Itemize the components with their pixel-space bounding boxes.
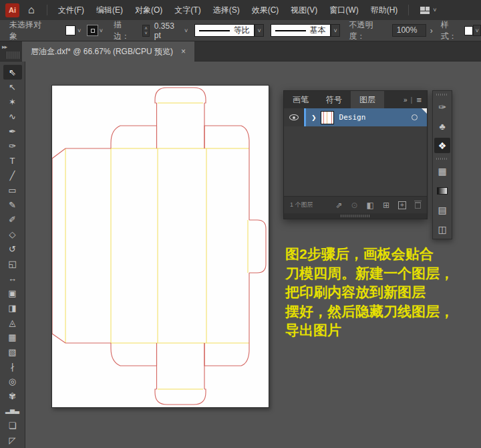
menu-item-4[interactable]: 文字(T) [168,0,206,20]
mesh-tool[interactable]: ▦ [3,330,22,344]
chevron-down-icon[interactable]: ˅ [184,27,188,34]
swatches-panel-icon[interactable]: ▦ [434,164,450,179]
layers-empty-area[interactable] [284,126,427,196]
visibility-cell[interactable] [284,108,304,126]
stroke-swatch[interactable] [88,25,98,35]
menu-item-9[interactable]: 帮助(H) [365,0,404,20]
dock-grip[interactable] [436,94,448,96]
menu-item-7[interactable]: 视图(V) [285,0,323,20]
new-layer-icon[interactable]: + [398,201,406,209]
chevron-down-icon[interactable]: ˅ [77,27,81,34]
panel-grip[interactable] [7,51,20,59]
slice-tool[interactable]: ◸ [3,433,22,447]
close-icon[interactable]: × [181,47,186,56]
chevron-down-icon[interactable]: ˅ [331,24,341,37]
panel-menu-icon[interactable]: ≡ [416,95,422,105]
expand-arrow-icon[interactable]: ❯ [311,114,317,121]
stroke-label: 描边： [114,19,137,42]
menu-item-3[interactable]: 对象(O) [129,0,168,20]
pen-tool[interactable]: ✒ [3,124,22,138]
fill-swatch[interactable] [65,25,75,35]
chevron-right-icon[interactable]: › [430,26,433,35]
stroke-value[interactable]: 0.353 pt [154,21,182,40]
symbols-panel-icon[interactable]: ♣ [434,119,450,134]
curvature-pen-tool[interactable]: ✑ [3,138,22,153]
menu-item-6[interactable]: 效果(C) [246,0,285,20]
gradient-tool[interactable]: ▧ [3,344,22,359]
dieline-drawing[interactable] [52,86,270,409]
rectangle-tool[interactable]: ▭ [3,183,22,197]
selected-layer[interactable]: ❯ Design [304,108,427,126]
opacity-input[interactable]: 100% [392,24,426,37]
free-transform-tool[interactable]: ▣ [3,286,22,300]
eyedropper-tool[interactable]: ∤ [3,359,22,374]
document-tab[interactable]: 唇油盒.dxf* @ 66.67% (RGB/CPU 预览) × [22,41,194,62]
width-tool[interactable]: ↔ [3,271,22,286]
brushes-panel-icon[interactable]: ✑ [434,100,450,115]
type-tool[interactable]: T [3,153,22,168]
crease-lines [65,103,249,389]
dock-grip[interactable] [436,158,448,160]
width-profile-select[interactable]: 等比 [194,24,254,37]
scale-tool[interactable]: ◱ [3,256,22,271]
magic-wand-tool[interactable]: ✶ [3,94,22,109]
annotation-line: 导出图片 [285,321,481,340]
blend-tool[interactable]: ◎ [3,374,22,388]
menu-items: 文件(F)编辑(E)对象(O)文字(T)选择(S)效果(C)视图(V)窗口(W)… [52,0,404,20]
layer-row[interactable]: ❯ Design [284,108,427,126]
panel-tab-2[interactable]: 符号 [317,91,351,108]
cut-lines [52,88,266,405]
panel-tab-1[interactable]: 画笔 [284,91,317,108]
annotation-text[interactable]: 图2步骤后，画板会贴合 刀模四周。新建一个图层， 把印刷内容放到新图层 摆好，然… [285,245,481,340]
menu-item-2[interactable]: 编辑(E) [90,0,129,20]
locate-object-icon[interactable]: ⊙ [351,201,358,209]
expand-panel-icon[interactable]: » [404,96,407,104]
paintbrush-tool[interactable]: ✎ [3,197,22,212]
panel-dock: ✑♣❖▦▤◫ [432,90,452,239]
layers-panel-icon[interactable]: ❖ [434,138,450,153]
workspace-switcher-icon[interactable] [420,7,430,14]
target-circle-icon[interactable] [412,114,418,120]
align-panel-icon[interactable]: ▤ [434,203,450,218]
home-icon[interactable]: ⌂ [28,4,35,16]
chevron-down-icon[interactable]: ˅ [255,24,265,37]
chevron-down-icon[interactable]: ˅ [433,7,436,13]
stroke-stepper[interactable]: ˄˅ [142,25,150,37]
perspective-grid-tool[interactable]: ◬ [3,315,22,330]
document-tab-bar: ▸▸ 唇油盒.dxf* @ 66.67% (RGB/CPU 预览) × [0,41,481,62]
artboard[interactable] [51,85,269,408]
rotate-tool[interactable]: ↺ [3,241,22,256]
direct-selection-tool[interactable]: ↖ [3,80,22,94]
new-sublayer-icon[interactable]: ⊞ [383,201,389,209]
layer-thumbnail[interactable] [321,111,334,124]
transform-panel-icon[interactable]: ◫ [434,221,450,237]
gradient-panel-icon[interactable] [434,183,450,199]
clipping-mask-icon[interactable]: ◧ [367,201,374,209]
expand-panel-icon[interactable]: ▸▸ [2,43,7,50]
panel-tab-3[interactable]: 图层 [351,91,384,108]
column-graph-tool[interactable]: ▂▅▃ [3,403,22,418]
ai-logo-icon[interactable]: Ai [5,3,19,17]
pencil-tool[interactable]: ✐ [3,212,22,227]
eraser-tool[interactable]: ◇ [3,227,22,241]
eye-icon[interactable] [289,114,299,120]
artboard-tool[interactable]: ❏ [3,418,22,433]
brush-definition-select[interactable]: 基本 [271,24,330,37]
chevron-down-icon[interactable]: ˅ [100,27,103,34]
lasso-tool[interactable]: ∿ [3,109,22,124]
delete-layer-icon[interactable] [415,202,421,209]
style-swatch[interactable] [464,26,474,35]
menu-item-1[interactable]: 文件(F) [52,0,90,20]
line-segment-tool[interactable]: ╱ [3,168,22,183]
symbol-sprayer-tool[interactable]: ✾ [3,388,22,403]
collect-for-export-icon[interactable]: ⇗ [335,201,342,209]
chevron-down-icon[interactable]: ˅ [473,25,481,36]
menu-item-8[interactable]: 窗口(W) [323,0,364,20]
layer-name[interactable]: Design [339,113,366,122]
selection-tool[interactable]: ⇖ [3,65,22,80]
document-title: 唇油盒.dxf* @ 66.67% (RGB/CPU 预览) [31,46,173,58]
panel-resize-grip[interactable] [284,213,427,219]
style-label: 样式： [441,19,464,42]
shape-builder-tool[interactable]: ◨ [3,300,22,315]
menu-item-5[interactable]: 选择(S) [207,0,246,20]
